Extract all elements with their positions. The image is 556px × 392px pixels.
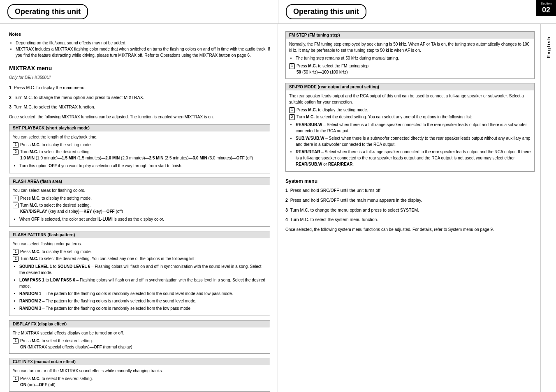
mixtrax-step-3: 3 Turn M.C. to select the MIXTRAX functi… xyxy=(9,104,270,111)
sht-num-2: 2 Turn M.C. to select the desired settin… xyxy=(13,149,266,161)
notes-list: Depending on the file/song, sound effect… xyxy=(9,40,270,58)
language-sidebar: English xyxy=(540,24,556,392)
display-fx-body: The MIXTRAX special effects display can … xyxy=(9,327,270,353)
flash-area-body: You can select areas for flashing colors… xyxy=(9,185,270,226)
system-menu-section: System menu 1 Press and hold SRC/OFF unt… xyxy=(285,178,535,233)
sht-playback-body: You can select the length of the playbac… xyxy=(9,131,270,173)
display-fx-box: DISPLAY FX (display effect) The MIXTRAX … xyxy=(9,320,270,354)
left-column: Notes Depending on the file/song, sound … xyxy=(0,24,278,392)
system-menu-title: System menu xyxy=(285,178,535,185)
flash-area-intro: You can select areas for flashing colors… xyxy=(13,187,266,194)
mixtrax-step3-body: Once selected, the following MIXTRAX fun… xyxy=(9,114,270,120)
flash-area-header: FLASH AREA (flash area) xyxy=(9,178,270,185)
cut-in-fx-box: CUT IN FX (manual cut-in effect) You can… xyxy=(9,358,270,392)
page-header: Operating this unit Operating this unit … xyxy=(0,0,556,24)
fm-step-intro: Normally, the FM tuning step employed by… xyxy=(289,41,531,53)
language-label: English xyxy=(546,36,551,58)
sht-intro: You can select the length of the playbac… xyxy=(13,134,266,140)
left-page-title: Operating this unit xyxy=(7,4,88,19)
mixtrax-title: MIXTRAX menu xyxy=(9,64,270,73)
sp-po-mode-body: The rear speaker leads output and the RC… xyxy=(286,90,534,171)
header-left: Operating this unit xyxy=(0,0,278,23)
display-fx-header: DISPLAY FX (display effect) xyxy=(9,321,270,327)
sht-bullets: Turn this option OFF if you want to play… xyxy=(13,163,266,169)
sp-po-mode-header: SP-P/O MODE (rear output and preout sett… xyxy=(286,83,534,90)
flash-pattern-body: You can select flashing color patterns. … xyxy=(9,238,270,316)
sht-num-1: 1 Press M.C. to display the setting mode… xyxy=(13,142,266,148)
sp-po-num-1: 1 Press M.C. to display the setting mode… xyxy=(289,107,531,113)
sp-po-mode-box: SP-P/O MODE (rear output and preout sett… xyxy=(285,83,535,172)
header-right: Operating this unit Section 02 xyxy=(278,0,556,23)
section-badge: Section 02 xyxy=(536,0,556,16)
sht-playback-header: SHT PLAYBACK (short playback mode) xyxy=(9,125,270,131)
flash-area-bullets: When OFF is selected, the color set unde… xyxy=(13,216,266,222)
cut-in-fx-header: CUT IN FX (manual cut-in effect) xyxy=(9,358,270,365)
main-content: Notes Depending on the file/song, sound … xyxy=(0,24,556,392)
right-page-title: Operating this unit xyxy=(286,4,366,19)
flash-pattern-box: FLASH PATTERN (flash pattern) You can se… xyxy=(9,231,270,316)
sht-playback-box: SHT PLAYBACK (short playback mode) You c… xyxy=(9,124,270,173)
sp-po-num-2: 2 Turn M.C. to select the desired settin… xyxy=(289,114,531,120)
mixtrax-step-1: 1 Press M.C. to display the main menu. xyxy=(9,85,270,91)
flash-pattern-options: SOUND LEVEL 1 to SOUND LEVEL 6 – Flashin… xyxy=(13,263,266,311)
mixtrax-subtitle: Only for DEH-X3500UI xyxy=(9,74,270,81)
system-step4-body: Once selected, the following system menu… xyxy=(285,226,535,233)
flash-area-box: FLASH AREA (flash area) You can select a… xyxy=(9,178,270,227)
note-item-2: MIXTRAX includes a MIXTRAX flashing colo… xyxy=(16,46,270,58)
fm-step-box: FM STEP (FM tuning step) Normally, the F… xyxy=(285,31,535,79)
flash-pattern-num-2: 2 Turn M.C. to select the desired settin… xyxy=(13,256,266,262)
mixtrax-menu-section: MIXTRAX menu Only for DEH-X3500UI 1 Pres… xyxy=(9,64,270,120)
display-fx-intro: The MIXTRAX special effects display can … xyxy=(13,330,266,336)
fm-step-body: Normally, the FM tuning step employed by… xyxy=(286,39,534,78)
section-num: 02 xyxy=(542,6,550,15)
system-step-4: 4 Turn M.C. to select the system menu fu… xyxy=(285,217,535,223)
sp-po-intro: The rear speaker leads output and the RC… xyxy=(289,93,531,105)
sp-po-options: REAR/SUB.W – Select when there is a full… xyxy=(289,122,531,167)
note-item-1: Depending on the file/song, sound effect… xyxy=(16,40,270,46)
display-fx-num-1: 1 Press M.C. to select the desired setti… xyxy=(13,338,266,350)
system-step-3: 3 Turn M.C. to change the menu option an… xyxy=(285,207,535,214)
cut-in-fx-num-1: 1 Press M.C. to select the desired setti… xyxy=(13,376,266,388)
flash-area-num-1: 1 Press M.C. to display the setting mode… xyxy=(13,195,266,201)
cut-in-fx-intro: You can turn on or off the MIXTRAX sound… xyxy=(13,368,266,374)
flash-pattern-intro: You can select flashing color patterns. xyxy=(13,241,266,247)
flash-pattern-num-1: 1 Press M.C. to display the setting mode… xyxy=(13,249,266,255)
notes-title: Notes xyxy=(9,31,270,38)
system-step-1: 1 Press and hold SRC/OFF until the unit … xyxy=(285,187,535,194)
flash-area-num-2: 2 Turn M.C. to select the desired settin… xyxy=(13,202,266,214)
fm-step-header: FM STEP (FM tuning step) xyxy=(286,32,534,39)
mixtrax-step-2: 2 Turn M.C. to change the menu option an… xyxy=(9,95,270,101)
notes-section: Notes Depending on the file/song, sound … xyxy=(9,31,270,58)
system-step-2: 2 Press and hold SRC/OFF until the main … xyxy=(285,197,535,204)
section-label: Section xyxy=(541,2,552,6)
fm-step-num-1: 1 Press M.C. to select the FM tuning ste… xyxy=(289,63,531,75)
fm-step-bullet: The tuning step remains at 50 kHz during… xyxy=(296,55,531,61)
fm-step-bullets: The tuning step remains at 50 kHz during… xyxy=(289,55,531,61)
flash-pattern-header: FLASH PATTERN (flash pattern) xyxy=(9,231,270,238)
cut-in-fx-body: You can turn on or off the MIXTRAX sound… xyxy=(9,365,270,391)
right-column: FM STEP (FM tuning step) Normally, the F… xyxy=(278,24,556,392)
